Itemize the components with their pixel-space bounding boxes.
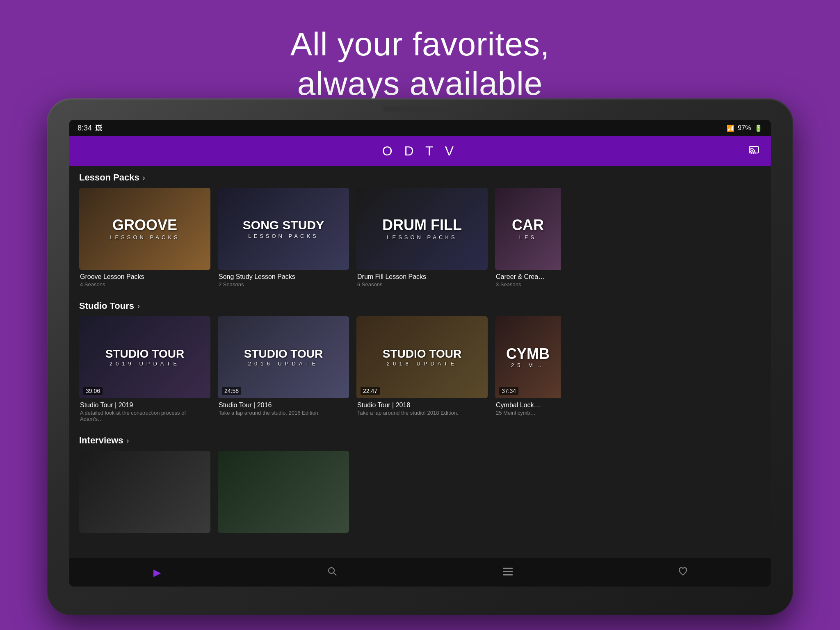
studio-tours-label: Studio Tours — [79, 301, 134, 311]
card-song-study[interactable]: SONG STUDY LESSON PACKS Song Study Lesso… — [218, 188, 349, 288]
lesson-packs-label: Lesson Packs — [79, 172, 139, 183]
interviews-header[interactable]: Interviews › — [69, 435, 771, 451]
lesson-packs-row: GROOVE LESSON PACKS Groove Lesson Packs … — [69, 188, 771, 288]
card-tour-2016-thumb: STUDIO TOUR 2016 UPDATE 24:58 — [218, 316, 349, 398]
search-icon — [327, 566, 337, 579]
career-title: Career & Crea… — [496, 273, 560, 281]
interviews-chevron: › — [127, 436, 129, 445]
card-career-partial[interactable]: CAR LES Career & Crea… 3 Seasons — [495, 188, 561, 288]
card-groove[interactable]: GROOVE LESSON PACKS Groove Lesson Packs … — [79, 188, 210, 288]
song-study-meta: 2 Seasons — [219, 281, 348, 288]
card-cymbal-partial[interactable]: CYMB 25 M… 37:34 Cymbal Lock… 25 Meinl c… — [495, 316, 561, 422]
status-bar: 8:34 🖼 📶 97% 🔋 — [69, 120, 771, 136]
career-big-label: CAR — [512, 218, 544, 233]
bottom-nav: ▶ — [69, 558, 771, 587]
nav-favorites[interactable] — [667, 566, 699, 579]
cymbal-meta: 25 Meinl cymb… — [496, 410, 560, 416]
cymbal-sub: 25 M… — [511, 362, 545, 368]
card-drum-fill-thumb: DRUM FILL LESSON PACKS — [356, 188, 488, 270]
card-tour-2019-thumb: STUDIO TOUR 2019 UPDATE 39:06 — [79, 316, 210, 398]
svg-rect-3 — [503, 568, 513, 569]
nav-browse[interactable] — [491, 567, 524, 578]
tour-2016-title: Studio Tour | 2016 — [219, 402, 348, 409]
status-icon: 🖼 — [95, 124, 103, 132]
tour-2019-big-label: STUDIO TOUR — [105, 348, 184, 360]
cast-icon[interactable] — [749, 144, 761, 158]
card-career-thumb: CAR LES — [495, 188, 561, 270]
lesson-packs-section: Lesson Packs › GROOVE LESSON PACKS — [69, 166, 771, 288]
app-header: O D T V — [69, 136, 771, 166]
groove-meta: 4 Seasons — [80, 281, 210, 288]
studio-tours-header[interactable]: Studio Tours › — [69, 301, 771, 316]
cymbal-duration: 37:34 — [499, 387, 518, 395]
app-title: O D T V — [382, 144, 458, 159]
svg-point-1 — [329, 568, 334, 573]
tour-2016-year: 2016 UPDATE — [248, 361, 319, 367]
groove-title: Groove Lesson Packs — [80, 273, 210, 281]
svg-line-2 — [333, 573, 336, 575]
tour-2018-title: Studio Tour | 2018 — [357, 402, 487, 409]
hero-line2: always available — [297, 65, 543, 102]
interviews-section: Interviews › — [69, 429, 771, 533]
tour-2019-title: Studio Tour | 2019 — [80, 402, 210, 409]
groove-sub-label: LESSON PACKS — [110, 234, 180, 240]
studio-tours-section: Studio Tours › STUDIO TOUR 2019 UPDATE 3… — [69, 294, 771, 422]
tour-2016-meta: Take a lap around the studio. 2016 Editi… — [219, 410, 348, 416]
groove-big-label: GROOVE — [112, 218, 177, 233]
song-study-sub-label: LESSON PACKS — [248, 233, 318, 239]
card-interview-2[interactable] — [218, 451, 349, 533]
card-tour-2018[interactable]: STUDIO TOUR 2018 UPDATE 22:47 Studio Tou… — [356, 316, 488, 422]
svg-rect-4 — [503, 571, 513, 572]
card-tour-2016[interactable]: STUDIO TOUR 2016 UPDATE 24:58 Studio Tou… — [218, 316, 349, 422]
tour-2018-year: 2018 UPDATE — [387, 361, 457, 367]
card-cymbal-thumb: CYMB 25 M… 37:34 — [495, 316, 561, 398]
nav-home[interactable]: ▶ — [141, 567, 173, 578]
drum-fill-sub-label: LESSON PACKS — [387, 234, 457, 240]
svg-rect-5 — [503, 574, 513, 575]
tablet-screen: 8:34 🖼 📶 97% 🔋 O D T V — [69, 120, 771, 587]
main-content: Lesson Packs › GROOVE LESSON PACKS — [69, 166, 771, 558]
wifi-icon: 📶 — [726, 124, 735, 132]
tablet-wrapper: 8:34 🖼 📶 97% 🔋 O D T V — [47, 98, 793, 615]
card-interview-2-thumb — [218, 451, 349, 533]
nav-search[interactable] — [316, 566, 349, 579]
drum-fill-meta: 6 Seasons — [357, 281, 487, 288]
cymbal-title: Cymbal Lock… — [496, 402, 560, 409]
song-study-big-label: SONG STUDY — [243, 219, 324, 231]
lesson-packs-header[interactable]: Lesson Packs › — [69, 172, 771, 188]
card-tour-2019[interactable]: STUDIO TOUR 2019 UPDATE 39:06 Studio Tou… — [79, 316, 210, 422]
battery-level: 97% — [738, 124, 751, 132]
card-interview-1-thumb — [79, 451, 210, 533]
drum-fill-big-label: DRUM FILL — [382, 218, 462, 233]
status-time: 8:34 — [78, 124, 92, 132]
tour-2018-meta: Take a lap around the studio! 2018 Editi… — [357, 410, 487, 416]
tour-2016-duration: 24:58 — [222, 387, 241, 395]
card-interview-1[interactable] — [79, 451, 210, 533]
drum-fill-title: Drum Fill Lesson Packs — [357, 273, 487, 281]
interviews-row — [69, 451, 771, 533]
tour-2018-duration: 22:47 — [361, 387, 380, 395]
favorites-icon — [678, 566, 688, 579]
tour-2019-year: 2019 UPDATE — [110, 361, 180, 367]
career-sub-label: LES — [519, 234, 537, 240]
home-icon: ▶ — [153, 567, 161, 578]
studio-tours-row: STUDIO TOUR 2019 UPDATE 39:06 Studio Tou… — [69, 316, 771, 422]
tour-2016-big-label: STUDIO TOUR — [244, 348, 323, 360]
interviews-label: Interviews — [79, 435, 123, 446]
tour-2019-duration: 39:06 — [83, 387, 103, 395]
cymbal-big-label: CYMB — [506, 347, 550, 361]
hero-line1: All your favorites, — [290, 26, 550, 62]
studio-tours-chevron: › — [137, 302, 140, 310]
browse-icon — [503, 567, 513, 578]
song-study-title: Song Study Lesson Packs — [219, 273, 348, 281]
lesson-packs-chevron: › — [143, 173, 145, 182]
tour-2019-meta: A detailed look at the construction proc… — [80, 410, 210, 422]
card-groove-thumb: GROOVE LESSON PACKS — [79, 188, 210, 270]
battery-icon: 🔋 — [754, 124, 762, 132]
career-meta: 3 Seasons — [496, 281, 560, 288]
card-tour-2018-thumb: STUDIO TOUR 2018 UPDATE 22:47 — [356, 316, 488, 398]
tour-2018-big-label: STUDIO TOUR — [383, 348, 461, 360]
card-song-study-thumb: SONG STUDY LESSON PACKS — [218, 188, 349, 270]
card-drum-fill[interactable]: DRUM FILL LESSON PACKS Drum Fill Lesson … — [356, 188, 488, 288]
